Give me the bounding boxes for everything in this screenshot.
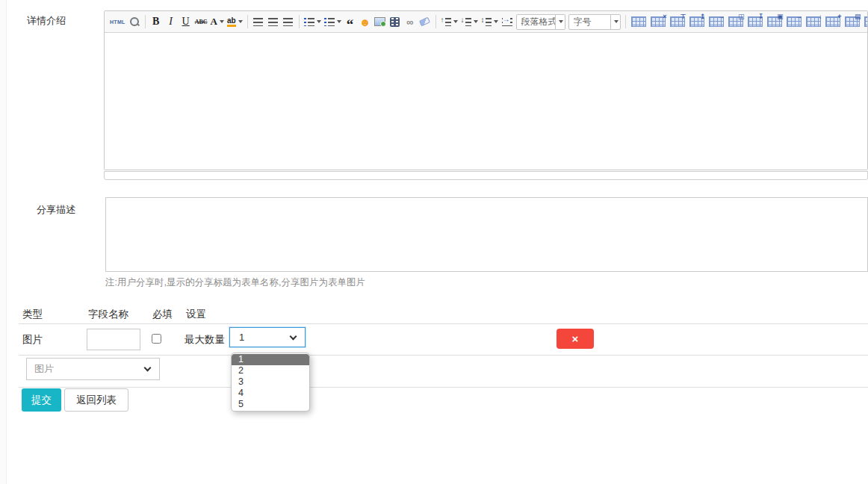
editor-toolbar: HTML B I U ABC A ab “ ☻ ∞ 段落格式 字号 <box>105 11 867 33</box>
align-left-icon[interactable] <box>251 13 266 30</box>
row-delete-icon[interactable]: ↧ <box>748 16 763 27</box>
table-delete-icon[interactable]: × <box>651 16 666 27</box>
dropdown-option[interactable]: 5 <box>232 399 309 410</box>
chevron-down-icon <box>610 15 620 29</box>
dropdown-option[interactable]: 4 <box>232 388 309 399</box>
dropdown-option[interactable]: 3 <box>232 376 309 388</box>
row-insert-icon[interactable]: → <box>709 16 724 27</box>
share-desc-textarea[interactable] <box>105 197 868 272</box>
line-height-icon[interactable] <box>480 13 500 30</box>
detail-intro-label: 详情介绍 <box>27 14 66 28</box>
margin-bottom-icon[interactable] <box>459 13 480 30</box>
table-properties-icon[interactable]: ⊤ <box>670 16 685 27</box>
html-source-icon[interactable]: HTML <box>108 13 127 30</box>
table-bottom-divider <box>19 387 868 388</box>
field-type-cell: 图片 <box>22 333 43 347</box>
highlight-color-icon[interactable]: ab <box>226 13 244 30</box>
caret-icon <box>238 20 243 23</box>
required-checkbox[interactable] <box>152 334 161 344</box>
toolbar-separator <box>299 15 300 28</box>
max-count-select[interactable]: 1 <box>229 327 306 347</box>
max-count-dropdown-list: 1 2 3 4 5 <box>231 353 310 412</box>
add-field-type-select[interactable]: 图片 <box>26 358 160 380</box>
editor-resize-bar[interactable] <box>104 171 868 180</box>
caret-icon <box>317 20 321 23</box>
insert-link-icon[interactable]: ∞ <box>403 13 418 30</box>
dropdown-option[interactable]: 1 <box>232 354 309 365</box>
insert-image-icon[interactable] <box>373 13 388 30</box>
chevron-down-icon <box>144 364 152 372</box>
caret-icon <box>220 20 224 23</box>
toolbar-separator <box>145 15 146 28</box>
blockquote-icon[interactable]: “ <box>343 13 358 30</box>
share-note-text: 注:用户分享时,显示的分享标题为表单名称,分享图片为表单图片 <box>105 276 365 289</box>
margin-top-icon[interactable] <box>439 13 459 30</box>
dropdown-option[interactable]: 2 <box>232 365 309 376</box>
caret-icon <box>494 20 498 23</box>
italic-icon[interactable]: I <box>164 13 179 30</box>
column-header-required: 必填 <box>152 308 173 321</box>
page-left-edge <box>0 0 7 484</box>
caret-icon <box>453 20 458 23</box>
bold-icon[interactable]: B <box>149 13 164 30</box>
rich-text-editor: HTML B I U ABC A ab “ ☻ ∞ 段落格式 字号 <box>104 10 868 170</box>
column-header-field-name: 字段名称 <box>88 308 128 321</box>
column-header-type: 类型 <box>22 308 43 321</box>
submit-button[interactable]: 提交 <box>22 388 61 412</box>
font-color-icon[interactable]: A <box>209 13 226 30</box>
preview-icon[interactable] <box>127 13 142 30</box>
chevron-down-icon <box>290 332 297 340</box>
align-right-icon[interactable] <box>281 13 296 30</box>
delete-row-button[interactable]: × <box>557 329 594 349</box>
table-row-divider <box>19 355 868 356</box>
ordered-list-icon[interactable] <box>303 13 323 30</box>
toolbar-separator <box>625 15 626 28</box>
back-to-list-button[interactable]: 返回列表 <box>64 388 128 412</box>
column-properties-icon[interactable]: ▥ <box>864 16 867 27</box>
paragraph-format-select[interactable]: 段落格式 <box>516 14 565 30</box>
share-desc-label: 分享描述 <box>37 203 75 217</box>
max-count-label: 最大数量 <box>185 333 225 347</box>
unordered-list-icon[interactable] <box>323 13 343 30</box>
caret-icon <box>474 20 478 23</box>
column-header-settings: 设置 <box>186 308 206 321</box>
font-size-select[interactable]: 字号 <box>568 14 621 30</box>
toolbar-separator <box>247 15 248 28</box>
column-insert-right-icon[interactable]: → <box>787 16 802 27</box>
column-insert-icon[interactable]: ◫ <box>728 16 743 27</box>
strikethrough-icon[interactable]: ABC <box>193 13 209 30</box>
insert-media-icon[interactable] <box>388 13 403 30</box>
cell-properties-icon[interactable]: ↥ <box>689 16 704 27</box>
cell-split-icon[interactable]: + <box>825 16 840 27</box>
table-header-divider <box>19 323 868 324</box>
caret-icon <box>337 20 341 23</box>
table-insert-icon[interactable] <box>631 16 646 27</box>
cell-merge-icon[interactable]: ▣ <box>767 16 782 27</box>
emoji-icon[interactable]: ☻ <box>358 13 373 30</box>
chevron-down-icon <box>555 15 565 29</box>
underline-icon[interactable]: U <box>179 13 193 30</box>
remove-format-icon[interactable] <box>418 13 433 30</box>
row-properties-icon[interactable]: ▤ <box>845 16 860 27</box>
row-insert-below-icon[interactable]: ↓ <box>806 16 821 27</box>
indent-icon[interactable] <box>500 13 515 30</box>
editor-content-area[interactable] <box>105 33 867 170</box>
field-name-input[interactable] <box>87 329 140 350</box>
align-center-icon[interactable] <box>266 13 281 30</box>
toolbar-separator <box>435 15 436 28</box>
